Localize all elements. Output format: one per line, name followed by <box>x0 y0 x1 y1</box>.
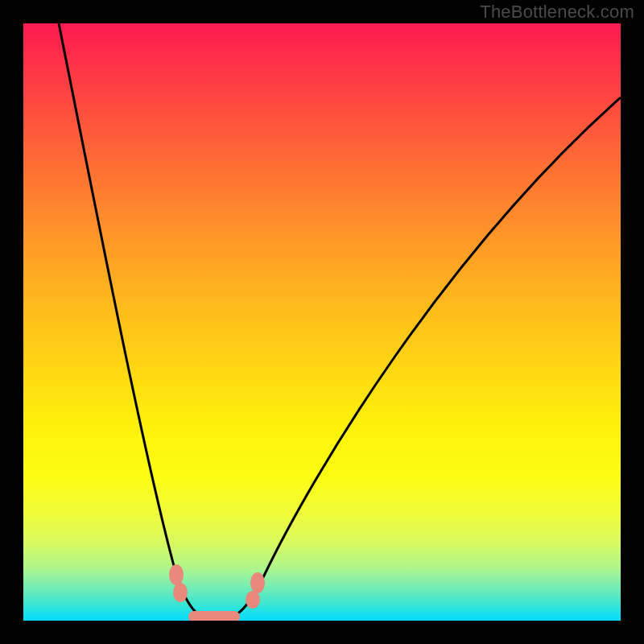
watermark-text: TheBottleneck.com <box>480 2 634 23</box>
marker-right-lower <box>246 591 260 609</box>
curve-right-branch <box>217 97 621 621</box>
marker-left-upper <box>169 564 184 585</box>
marker-left-lower <box>173 583 188 602</box>
chart-svg <box>23 23 621 621</box>
curve-left-branch <box>59 23 217 621</box>
marker-right-upper <box>250 572 265 593</box>
